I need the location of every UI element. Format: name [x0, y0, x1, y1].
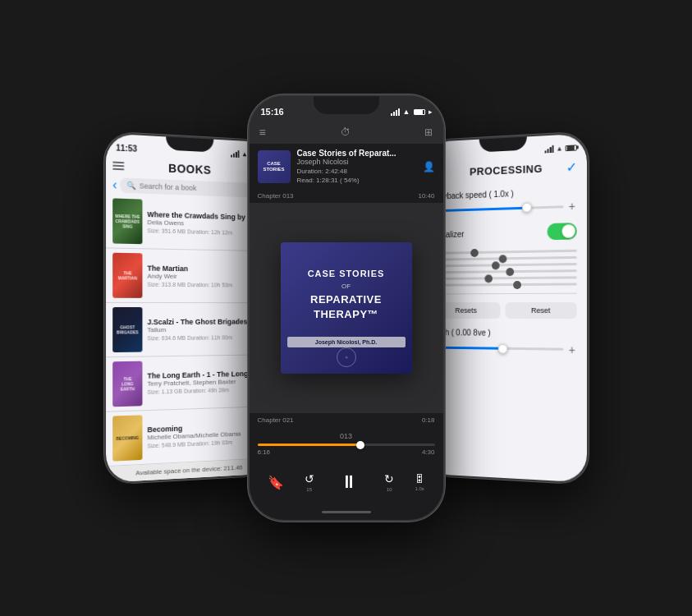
proc-playback-speed-row: Playback speed ( 1.0x ) [432, 186, 576, 200]
proc-pitch-plus[interactable]: + [566, 342, 576, 356]
forward-label: 10 [387, 487, 392, 492]
player-time: 15:16 [261, 107, 284, 117]
player-book-author: Joseph Nicolosi [297, 158, 416, 166]
menu-icon[interactable] [112, 162, 124, 171]
play-pause-button[interactable]: ⏸ [334, 467, 364, 497]
proc-playback-speed-section: Playback speed ( 1.0x ) − + [423, 182, 587, 227]
proc-eq-knob [561, 224, 575, 238]
book-author-3: Tallum [147, 325, 264, 333]
eq-row-2 [432, 256, 576, 261]
book-item-3[interactable]: GHOSTBRIGADES J.Scalzi - The Ghost Briga… [106, 303, 270, 357]
book-cover-1: WHERE THECRAWDADSSING [112, 198, 142, 244]
player-book-read: Read: 1:28:31 ( 54%) [297, 177, 416, 184]
proc-playback-slider-row: − + [432, 200, 576, 218]
player-top-controls: ≡ ⏱ ⊞ [250, 121, 443, 144]
book-meta-3: Size: 634.6 MB Duration: 11h 00m [147, 334, 264, 341]
bookmark-icon: 🔖 [268, 475, 284, 490]
eq-thumb-2[interactable] [498, 255, 506, 263]
search-input[interactable] [139, 182, 257, 195]
proc-pitch-thumb[interactable] [497, 343, 507, 353]
book-info-3: J.Scalzi - The Ghost Brigades Tallum Siz… [147, 318, 264, 342]
proc-eq-toggle-row: Equalizer [432, 223, 576, 242]
book-info-4: The Long Earth - 1 - The Long Ear Terry … [147, 370, 264, 395]
book-cover-3: GHOSTBRIGADES [112, 307, 142, 352]
progress-thumb[interactable] [356, 441, 364, 449]
eq-row-5 [432, 276, 576, 280]
eq-row-6 [432, 283, 576, 286]
book-item-4[interactable]: THELONGEARTH The Long Earth - 1 - The Lo… [106, 355, 270, 412]
proc-wifi-icon: ▲ [556, 145, 562, 153]
proc-speed-plus[interactable]: + [566, 200, 576, 214]
proc-pitch-label: Pitch ( 0.00 8ve ) [432, 328, 576, 338]
proc-pitch-slider-row: − + [432, 341, 576, 356]
time-remaining: 4:30 [422, 448, 435, 456]
player-person-icon[interactable]: 👤 [423, 161, 435, 172]
proc-presets-row: Resets Reset [423, 297, 587, 324]
books-title: BOOKS [129, 159, 248, 177]
proc-reset-button[interactable]: Reset [505, 301, 576, 318]
eq-slider-2[interactable] [432, 256, 576, 261]
left-time: 11:53 [116, 143, 137, 153]
chapter-next-label: Chapter 021 [258, 416, 294, 424]
processing-screen: ▲ PROCESSING ✓ Playback speed ( 1.0x ) − [423, 133, 587, 482]
eq-slider-4[interactable] [432, 269, 576, 274]
back-button[interactable]: ‹ [112, 177, 117, 193]
progress-times: 6:16 4:30 [258, 448, 435, 456]
eq-slider-5[interactable] [432, 276, 576, 280]
books-screen: 11:53 ▲ BOOKS [106, 133, 270, 482]
book-info-5: Becoming Michelle Obama/Michelle Obama S… [147, 421, 264, 449]
rewind-button[interactable]: ↺ 15 [305, 472, 314, 492]
center-phone: 15:16 ▲ ▸ ≡ ⏱ [248, 94, 445, 522]
player-header: CASESTORIES Case Stories of Reparat... J… [250, 144, 443, 189]
player-timer-icon[interactable]: ⏱ [341, 126, 351, 138]
player-book-duration: Duration: 2:42:48 [297, 168, 416, 175]
player-mini-cover: CASESTORIES [258, 150, 291, 183]
center-notch [314, 96, 379, 114]
book-cover-5: BECOMING [112, 415, 142, 461]
eq-thumb-4[interactable] [506, 268, 514, 276]
proc-speed-thumb[interactable] [521, 202, 531, 212]
eq-thumb-6[interactable] [513, 280, 521, 288]
chapter-next-row: Chapter 021 0:18 [250, 413, 443, 427]
eq-icon: 🎛 [415, 473, 424, 485]
proc-divider [432, 293, 576, 294]
book-meta-2: Size: 313.8 MB Duration: 10h 53m [147, 282, 264, 288]
book-item-1[interactable]: WHERE THECRAWDADSSING Where the Crawdads… [106, 194, 270, 251]
player-wifi-icon: ▲ [403, 108, 410, 116]
eq-thumb-3[interactable] [491, 261, 499, 269]
player-book-title: Case Stories of Reparat... [297, 149, 416, 158]
play-pause-icon: ⏸ [340, 471, 358, 493]
player-menu-icon[interactable]: ≡ [259, 126, 266, 139]
player-controls: 🔖 ↺ 15 ⏸ ↻ 10 🎛 1.0x [250, 461, 443, 503]
proc-speed-slider[interactable] [444, 205, 563, 212]
bookmark-button[interactable]: 🔖 [268, 475, 284, 490]
left-phone: 11:53 ▲ BOOKS [103, 131, 270, 484]
progress-bar[interactable] [258, 444, 435, 446]
proc-pitch-slider[interactable] [444, 347, 563, 351]
eq-row-4 [432, 269, 576, 274]
proc-pitch-fill [444, 347, 502, 350]
cover-author-strip: Joseph Nicolosi, Ph.D. [287, 337, 406, 347]
proc-eq-toggle-section: Equalizer [423, 223, 587, 252]
player-bookmark-top-icon[interactable]: ⊞ [424, 126, 433, 138]
chapter-prev-row: Chapter 013 10:40 [250, 189, 443, 203]
book-item-2[interactable]: THEMARTIAN The Martian Andy Weir Size: 3… [106, 248, 270, 303]
book-info-2: The Martian Andy Weir Size: 313.8 MB Dur… [147, 264, 264, 288]
cover-logo: ⚛ [337, 347, 356, 367]
eq-thumb-1[interactable] [470, 248, 478, 256]
forward-button[interactable]: ↻ 10 [384, 472, 394, 492]
book-item-5[interactable]: BECOMING Becoming Michelle Obama/Michell… [106, 407, 270, 467]
eq-slider-6[interactable] [432, 283, 576, 286]
eq-button[interactable]: 🎛 1.0x [415, 473, 424, 491]
player-progress-area: 013 6:16 4:30 [250, 427, 443, 461]
book-cover-4: THELONGEARTH [112, 361, 142, 407]
proc-battery-icon [565, 145, 576, 151]
proc-status-icons: ▲ [544, 144, 576, 153]
proc-checkmark[interactable]: ✓ [566, 159, 576, 176]
eq-slider-3[interactable] [432, 263, 576, 267]
proc-eq-toggle[interactable] [547, 223, 576, 240]
player-cover-area: CASE STORIES OF REPARATIVE THERAPY™ Jose… [250, 203, 443, 413]
eq-thumb-5[interactable] [484, 274, 493, 283]
chapter-prev-time: 10:40 [418, 192, 434, 200]
proc-signal-icon [544, 145, 553, 153]
